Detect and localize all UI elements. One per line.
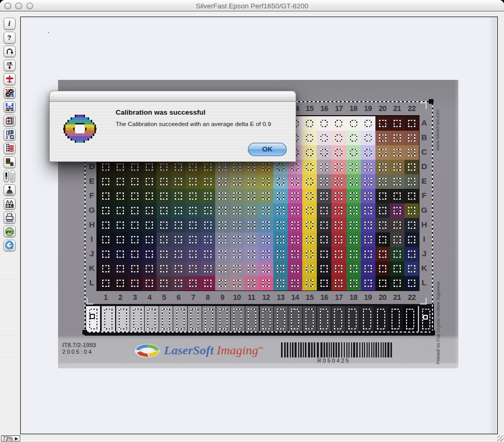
svg-text:AA: AA — [6, 199, 13, 204]
svg-text:IPTC: IPTC — [6, 230, 13, 233]
svg-text:1: 1 — [6, 134, 8, 139]
svg-text:3: 3 — [11, 177, 12, 180]
